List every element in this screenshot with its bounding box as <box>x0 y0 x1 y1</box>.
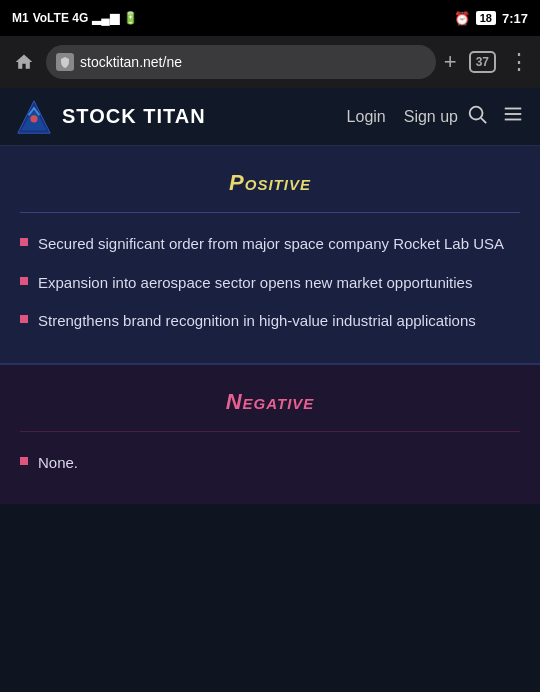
svg-point-2 <box>30 115 37 122</box>
search-icon[interactable] <box>466 103 488 130</box>
more-menu-button[interactable]: ⋮ <box>508 49 530 75</box>
nav-bar: STOCK TITAN Login Sign up <box>0 88 540 146</box>
logo-text: STOCK TITAN <box>62 105 206 128</box>
battery-level: 18 <box>476 11 496 25</box>
new-tab-button[interactable]: + <box>444 49 457 75</box>
signal-icon: ▂▄▆ <box>92 11 119 25</box>
home-button[interactable] <box>10 48 38 76</box>
bullet-icon <box>20 238 28 246</box>
browser-bar: stocktitan.net/ne + 37 ⋮ <box>0 36 540 88</box>
negative-divider <box>20 431 520 432</box>
main-content: Positive Secured significant order from … <box>0 146 540 692</box>
positive-item-2: Expansion into aerospace sector opens ne… <box>38 272 472 295</box>
svg-point-3 <box>470 107 483 120</box>
list-item: Secured significant order from major spa… <box>20 233 520 256</box>
svg-line-4 <box>481 118 486 123</box>
url-text: stocktitan.net/ne <box>80 54 182 70</box>
network-label: VoLTE 4G <box>33 11 89 25</box>
positive-item-1: Secured significant order from major spa… <box>38 233 504 256</box>
positive-section: Positive Secured significant order from … <box>0 146 540 365</box>
logo-icon <box>16 99 52 135</box>
bullet-icon <box>20 457 28 465</box>
negative-title: Negative <box>20 389 520 415</box>
list-item: None. <box>20 452 520 475</box>
status-left: M1 VoLTE 4G ▂▄▆ 🔋 <box>12 11 138 25</box>
nav-icon-group <box>466 103 524 130</box>
positive-divider <box>20 212 520 213</box>
list-item: Strengthens brand recognition in high-va… <box>20 310 520 333</box>
bullet-icon <box>20 315 28 323</box>
negative-section: Negative None. <box>0 365 540 505</box>
nav-links: Login Sign up <box>347 108 458 126</box>
alarm-icon: ⏰ <box>454 11 470 26</box>
carrier-label: M1 <box>12 11 29 25</box>
battery-icon-small: 🔋 <box>123 11 138 25</box>
status-bar: M1 VoLTE 4G ▂▄▆ 🔋 ⏰ 18 7:17 <box>0 0 540 36</box>
menu-icon[interactable] <box>502 103 524 130</box>
url-bar[interactable]: stocktitan.net/ne <box>46 45 436 79</box>
positive-title: Positive <box>20 170 520 196</box>
positive-bullet-list: Secured significant order from major spa… <box>20 233 520 333</box>
time-display: 7:17 <box>502 11 528 26</box>
login-link[interactable]: Login <box>347 108 386 126</box>
list-item: Expansion into aerospace sector opens ne… <box>20 272 520 295</box>
browser-actions: + 37 ⋮ <box>444 49 530 75</box>
bullet-icon <box>20 277 28 285</box>
tab-count-button[interactable]: 37 <box>469 51 496 73</box>
negative-item-1: None. <box>38 452 78 475</box>
logo-area: STOCK TITAN <box>16 99 347 135</box>
url-security-icon <box>56 53 74 71</box>
signup-link[interactable]: Sign up <box>404 108 458 126</box>
positive-item-3: Strengthens brand recognition in high-va… <box>38 310 476 333</box>
status-right: ⏰ 18 7:17 <box>454 11 528 26</box>
negative-bullet-list: None. <box>20 452 520 475</box>
